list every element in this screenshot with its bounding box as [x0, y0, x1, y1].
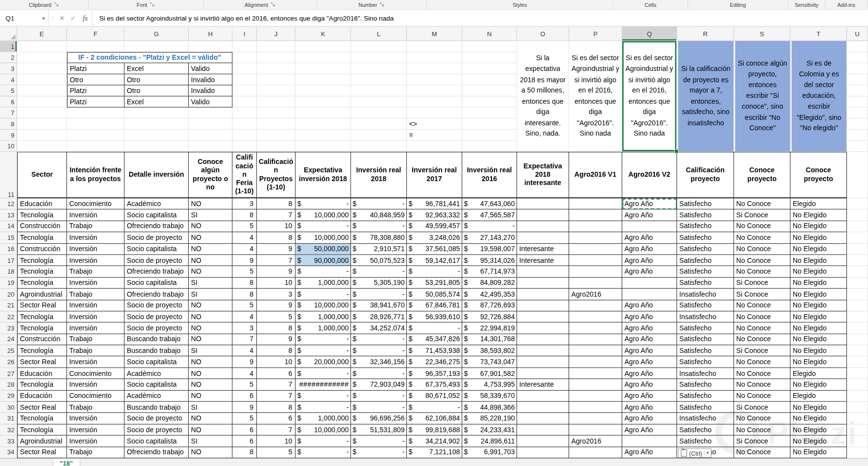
- cell-E28[interactable]: Tecnología: [17, 379, 67, 391]
- cell-E19[interactable]: Tecnología: [17, 278, 67, 289]
- cell-M14[interactable]: $49,599,457: [407, 221, 462, 232]
- cell-E24[interactable]: Construcción: [17, 334, 67, 345]
- cell-J19[interactable]: 10: [257, 278, 295, 289]
- cell-K29[interactable]: $-: [295, 391, 351, 402]
- cell-J25[interactable]: 8: [257, 345, 295, 356]
- cell-J6[interactable]: [257, 96, 295, 108]
- cell-R22[interactable]: Insatisfecho: [677, 311, 734, 323]
- column-header-G[interactable]: G: [125, 26, 189, 41]
- cell-I19[interactable]: 8: [232, 278, 257, 289]
- cell-M20[interactable]: $50,085,574: [407, 289, 462, 300]
- cell-I31[interactable]: 5: [232, 413, 257, 424]
- cell-P12[interactable]: [569, 198, 623, 210]
- cell-E23[interactable]: Tecnología: [17, 323, 67, 334]
- ribbon-group-sensitivity[interactable]: Sensitivity: [788, 0, 825, 9]
- cell-L18[interactable]: $-: [351, 266, 407, 278]
- cell-P29[interactable]: [569, 391, 623, 402]
- cell-O12[interactable]: [517, 198, 569, 210]
- column-header-K[interactable]: K: [295, 26, 351, 41]
- cell-R16[interactable]: Satisfecho: [677, 244, 734, 255]
- cell-U13[interactable]: [847, 210, 868, 221]
- cell-R14[interactable]: Satisfecho: [677, 221, 734, 232]
- cell-H24[interactable]: NO: [189, 334, 232, 345]
- cell-S25[interactable]: Si Conoce: [734, 345, 790, 356]
- cell-G22[interactable]: Socio de proyecto: [125, 311, 189, 323]
- cell-R13[interactable]: Satisfecho: [677, 210, 734, 221]
- cell-P18[interactable]: [569, 266, 623, 278]
- cell-F26[interactable]: Inversión: [67, 356, 125, 368]
- cell-I13[interactable]: 8: [232, 210, 257, 221]
- cell-I8[interactable]: [232, 118, 257, 130]
- cell-N4[interactable]: [462, 74, 517, 86]
- row-header-34[interactable]: 34: [0, 447, 17, 458]
- cell-J17[interactable]: 7: [257, 255, 295, 266]
- cell-I27[interactable]: 4: [232, 368, 257, 379]
- cell-R26[interactable]: Satisfecho: [677, 356, 734, 368]
- cell-F23[interactable]: Inversión: [67, 323, 125, 334]
- cell-Q26[interactable]: Agro Año: [622, 356, 677, 368]
- row-header-10[interactable]: 10: [0, 141, 17, 152]
- cell-K6[interactable]: [295, 96, 351, 108]
- cell-T23[interactable]: No Elegido: [791, 323, 847, 334]
- column-header-T[interactable]: T: [791, 26, 847, 41]
- cell-G18[interactable]: Ofreciendo trabajo: [125, 266, 189, 278]
- cell-Q15[interactable]: Agro Año: [622, 233, 677, 244]
- cell-I16[interactable]: 4: [232, 244, 257, 255]
- cell-J32[interactable]: 7: [257, 424, 295, 436]
- cell-L15[interactable]: $78,308,880: [351, 233, 407, 244]
- cell-T13[interactable]: No Elegido: [791, 210, 847, 221]
- row-header-14[interactable]: 14: [0, 221, 17, 232]
- cell-P20[interactable]: Agro2016: [569, 289, 623, 300]
- insert-function-icon[interactable]: fx: [79, 10, 92, 26]
- cell-K33[interactable]: $-: [295, 436, 351, 447]
- cell-P25[interactable]: [569, 345, 623, 356]
- cell-J1[interactable]: [257, 41, 295, 52]
- cell-E25[interactable]: Tecnología: [17, 345, 67, 356]
- column-header-J[interactable]: J: [257, 26, 295, 41]
- cell-U21[interactable]: [847, 300, 868, 311]
- row-header-6[interactable]: 6: [0, 96, 17, 108]
- cell-F30[interactable]: Trabajo: [67, 402, 125, 413]
- cell-F32[interactable]: Inversión: [67, 424, 125, 436]
- cell-N21[interactable]: $87,726,693: [462, 300, 517, 311]
- cell-T26[interactable]: No Elegido: [791, 356, 847, 368]
- cell-K31[interactable]: $1,000,000: [295, 413, 351, 424]
- cell-M5[interactable]: [407, 85, 462, 96]
- cell-G5[interactable]: Otro: [125, 85, 189, 96]
- ribbon-group-editing[interactable]: Editing: [688, 0, 788, 9]
- cell-K10[interactable]: [295, 141, 351, 152]
- column-header-L[interactable]: L: [351, 26, 407, 41]
- cell-L7[interactable]: [351, 108, 407, 119]
- cell-H28[interactable]: NO: [189, 379, 232, 391]
- cell-Q17[interactable]: Agro Año: [622, 255, 677, 266]
- cell-S13[interactable]: Si Conoce: [734, 210, 790, 221]
- cell-N34[interactable]: $6,991,703: [462, 447, 517, 458]
- cell-O30[interactable]: [517, 402, 569, 413]
- paste-options-button[interactable]: (Ctrl) ▾: [678, 448, 712, 458]
- cell-F13[interactable]: Inversión: [67, 210, 125, 221]
- criteria-cell-R[interactable]: Si la calificación de proyecto es mayor …: [677, 41, 734, 152]
- cell-E29[interactable]: Educación: [17, 391, 67, 402]
- cell-G20[interactable]: Ofreciendo trabajo: [125, 289, 189, 300]
- cell-H6[interactable]: Valido: [189, 96, 232, 108]
- row-header-25[interactable]: 25: [0, 345, 17, 356]
- cell-E1[interactable]: [17, 41, 67, 52]
- cell-J24[interactable]: 9: [257, 334, 295, 345]
- header-cell-F[interactable]: Intención frente a los proyectos: [67, 152, 125, 198]
- cell-T12[interactable]: Elegido: [791, 198, 847, 210]
- cell-I4[interactable]: [232, 74, 257, 86]
- cell-L20[interactable]: $-: [351, 289, 407, 300]
- cell-O32[interactable]: [517, 424, 569, 436]
- cell-U24[interactable]: [847, 334, 868, 345]
- cell-K2[interactable]: [295, 52, 351, 63]
- cell-J13[interactable]: 7: [257, 210, 295, 221]
- cell-H7[interactable]: [189, 108, 232, 119]
- cell-H12[interactable]: NO: [189, 198, 232, 210]
- cell-O15[interactable]: [517, 233, 569, 244]
- cell-L10[interactable]: [351, 141, 407, 152]
- cell-I9[interactable]: [232, 130, 257, 141]
- cell-L6[interactable]: [351, 96, 407, 108]
- cell-P21[interactable]: [569, 300, 623, 311]
- cell-U6[interactable]: [847, 96, 868, 108]
- cell-I32[interactable]: 6: [232, 424, 257, 436]
